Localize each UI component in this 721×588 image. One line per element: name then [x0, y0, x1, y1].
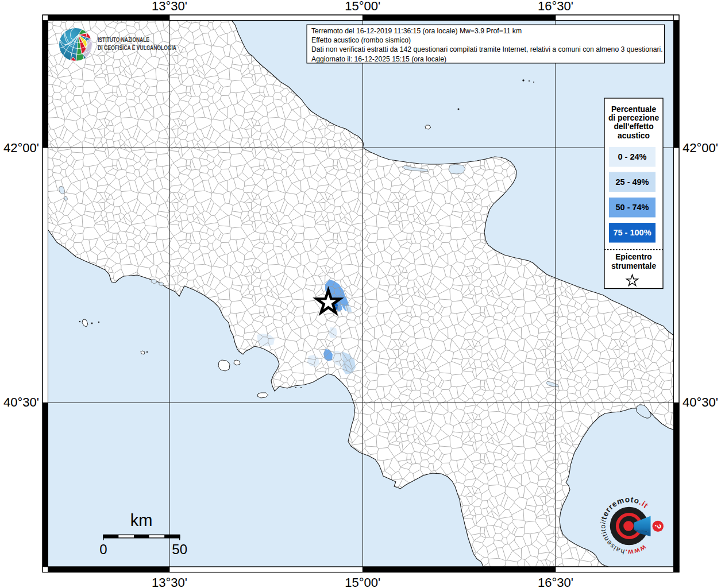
svg-text:dell'effetto: dell'effetto	[614, 122, 653, 131]
svg-text:42°00': 42°00'	[683, 141, 718, 155]
svg-text:42°00': 42°00'	[3, 141, 39, 155]
svg-text:strumentale: strumentale	[611, 262, 657, 270]
svg-text:Dati non verificati estratti d: Dati non verificati estratti da 142 ques…	[311, 45, 663, 53]
svg-text:0: 0	[99, 541, 107, 557]
svg-text:50 - 74%: 50 - 74%	[615, 203, 649, 212]
svg-text:15°00': 15°00'	[345, 575, 380, 588]
svg-text:Epicentro: Epicentro	[615, 253, 652, 261]
svg-text:0 - 24%: 0 - 24%	[618, 152, 647, 161]
svg-text:Aggiornato il: 16-12-2025 15:1: Aggiornato il: 16-12-2025 15:15 (ora loc…	[311, 55, 446, 63]
svg-text:Terremoto del 16-12-2019 11:36: Terremoto del 16-12-2019 11:36:15 (ora l…	[311, 27, 522, 35]
svg-text:Percentuale: Percentuale	[611, 105, 657, 114]
svg-text:25 - 49%: 25 - 49%	[615, 177, 649, 187]
svg-text:DI GEOFISICA E VULCANOLOGIA: DI GEOFISICA E VULCANOLOGIA	[98, 44, 176, 51]
svg-text:16°30': 16°30'	[538, 575, 573, 588]
svg-text:16°30': 16°30'	[538, 0, 573, 13]
svg-text:13°30': 13°30'	[152, 575, 187, 588]
svg-text:50: 50	[172, 541, 187, 557]
svg-text:acustico: acustico	[618, 131, 650, 140]
svg-text:40°30': 40°30'	[683, 395, 718, 409]
svg-text:km: km	[130, 511, 153, 529]
svg-text:di percezione: di percezione	[608, 114, 659, 122]
svg-text:13°30': 13°30'	[152, 0, 187, 13]
svg-text:15°00': 15°00'	[345, 0, 380, 13]
svg-text:40°30': 40°30'	[3, 395, 39, 409]
svg-text:ISTITUTO NAZIONALE: ISTITUTO NAZIONALE	[98, 36, 149, 43]
svg-text:75 - 100%: 75 - 100%	[613, 228, 651, 237]
svg-text:Effetto acustico (rombo sismic: Effetto acustico (rombo sismico)	[311, 36, 411, 44]
